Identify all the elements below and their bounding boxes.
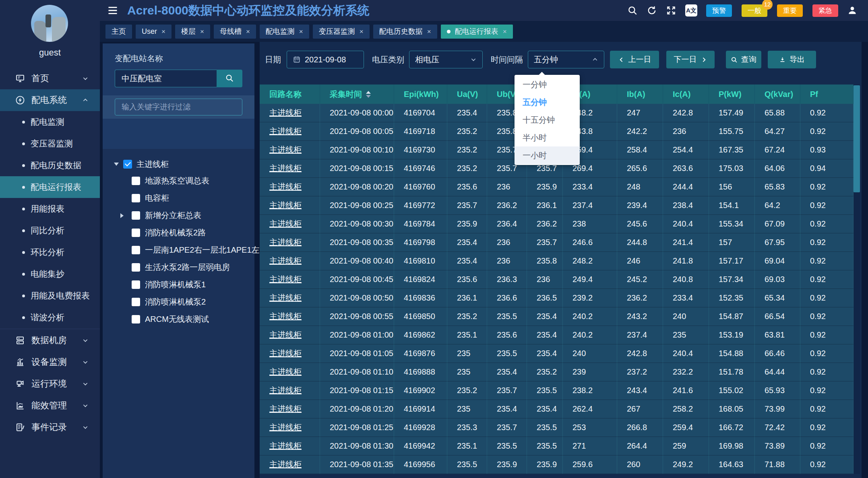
circuit-link[interactable]: 主进线柜 — [269, 441, 302, 451]
table-row[interactable]: 主进线柜 2021-09-08 00:55 4169850 235.2 235.… — [260, 307, 854, 326]
tab[interactable]: User — [136, 25, 172, 39]
tree-item[interactable]: 消防喷淋机械泵1 — [103, 276, 254, 293]
circuit-link[interactable]: 主进线柜 — [269, 181, 302, 192]
sidebar-item-group[interactable]: 设备监测 — [0, 351, 100, 373]
sidebar-subitem[interactable]: 配电运行报表 — [0, 176, 100, 198]
close-icon[interactable] — [299, 28, 303, 35]
prev-day-button[interactable]: 上一日 — [610, 51, 659, 68]
tree-expand-icon[interactable] — [120, 299, 127, 305]
sidebar-item-group[interactable]: 能效管理 — [0, 395, 100, 416]
table-row[interactable]: 主进线柜 2021-09-08 00:25 4169772 235.7 236.… — [260, 196, 854, 215]
column-header[interactable]: Ib(A) — [617, 84, 663, 104]
user-avatar[interactable] — [31, 5, 68, 42]
circuit-link[interactable]: 主进线柜 — [269, 311, 302, 322]
close-icon[interactable] — [200, 28, 204, 35]
circuit-link[interactable]: 主进线柜 — [269, 404, 302, 414]
circuit-link[interactable]: 主进线柜 — [269, 459, 302, 470]
tree-expand-icon[interactable] — [120, 212, 127, 219]
checkbox-unchecked[interactable] — [132, 177, 140, 185]
fullscreen-icon[interactable] — [666, 5, 676, 16]
sidebar-item-power[interactable]: 配电系统 — [0, 89, 100, 111]
tab[interactable]: 配电监测 — [260, 25, 309, 39]
circuit-link[interactable]: 主进线柜 — [269, 163, 302, 174]
tree-expand-icon[interactable] — [120, 264, 127, 271]
sidebar-subitem[interactable]: 配电历史数据 — [0, 155, 100, 176]
date-input[interactable]: 2021-09-08 — [287, 51, 364, 68]
tab[interactable]: 变压器监测 — [313, 25, 370, 39]
sidebar-subitem[interactable]: 同比分析 — [0, 220, 100, 241]
column-header[interactable]: Pf — [800, 84, 854, 104]
tree-item[interactable]: 生活水泵2路一层弱电房 — [103, 259, 254, 276]
tree-item[interactable]: 消防栓机械泵2路 — [103, 224, 254, 241]
station-search-button[interactable] — [217, 70, 242, 87]
voltage-type-select[interactable]: 相电压 — [409, 51, 483, 68]
circuit-link[interactable]: 主进线柜 — [269, 107, 302, 118]
tree-item[interactable]: 电容柜 — [103, 190, 254, 207]
column-header[interactable]: 采集时间 — [320, 84, 394, 104]
circuit-link[interactable]: 主进线柜 — [269, 422, 302, 433]
column-header[interactable]: 回路名称 — [260, 84, 320, 104]
table-row[interactable]: 主进线柜 2021-09-08 01:25 4169928 235.3 235.… — [260, 418, 854, 437]
checkbox-unchecked[interactable] — [132, 315, 140, 323]
sidebar-item-group[interactable]: 事件记录 — [0, 416, 100, 438]
tab[interactable]: 楼层 — [175, 25, 210, 39]
search-icon[interactable] — [627, 5, 638, 16]
table-row[interactable]: 主进线柜 2021-09-08 01:05 4169876 235 235.5 … — [260, 344, 854, 363]
circuit-link[interactable]: 主进线柜 — [269, 330, 302, 340]
circuit-link[interactable]: 主进线柜 — [269, 348, 302, 359]
circuit-link[interactable]: 主进线柜 — [269, 237, 302, 248]
tree-expand-icon[interactable] — [120, 282, 127, 288]
tab[interactable]: 主页 — [105, 25, 132, 39]
close-icon[interactable] — [503, 28, 507, 35]
column-header[interactable]: Ua(V) — [447, 84, 487, 104]
alarm-button[interactable]: 一般 12 — [742, 4, 767, 17]
column-header[interactable]: Q(kVar) — [755, 84, 800, 104]
tree-item[interactable]: 一层南1APE2右一层北1APE1左 — [103, 241, 254, 259]
sidebar-item-group[interactable]: 运行环境 — [0, 373, 100, 395]
circuit-link[interactable]: 主进线柜 — [269, 126, 302, 137]
checkbox-unchecked[interactable] — [132, 246, 140, 254]
column-header[interactable]: Epi(kWh) — [394, 84, 447, 104]
alarm-button[interactable]: 预警 — [706, 4, 732, 17]
table-row[interactable]: 主进线柜 2021-09-08 00:45 4169824 235.6 236.… — [260, 270, 854, 289]
query-button[interactable]: 查询 — [726, 51, 761, 68]
menu-toggle-icon[interactable] — [107, 5, 118, 16]
dropdown-option[interactable]: 一小时 — [515, 146, 580, 164]
tree-filter-input[interactable] — [115, 99, 242, 115]
checkbox-checked[interactable] — [123, 160, 132, 169]
user-icon[interactable] — [847, 5, 858, 16]
table-row[interactable]: 主进线柜 2021-09-08 01:15 4169902 235.2 235.… — [260, 381, 854, 400]
next-day-button[interactable]: 下一日 — [666, 51, 715, 68]
checkbox-unchecked[interactable] — [132, 194, 140, 202]
tree-expand-icon[interactable] — [120, 316, 127, 323]
close-icon[interactable] — [246, 28, 250, 35]
sidebar-subitem[interactable]: 变压器监测 — [0, 133, 100, 155]
checkbox-unchecked[interactable] — [132, 229, 140, 237]
sort-asc-icon[interactable] — [366, 91, 371, 94]
checkbox-unchecked[interactable] — [132, 298, 140, 306]
tree-root-item[interactable]: 主进线柜 — [103, 156, 254, 172]
sidebar-subitem[interactable]: 用能及电费报表 — [0, 285, 100, 307]
table-row[interactable]: 主进线柜 2021-09-08 01:35 4169956 235.5 235.… — [260, 455, 854, 474]
refresh-icon[interactable] — [647, 5, 657, 16]
circuit-link[interactable]: 主进线柜 — [269, 218, 302, 229]
column-header[interactable]: P(kW) — [709, 84, 755, 104]
sidebar-item-home[interactable]: 首页 — [0, 68, 100, 89]
circuit-link[interactable]: 主进线柜 — [269, 255, 302, 266]
tree-item[interactable]: 地源热泵空调总表 — [103, 172, 254, 190]
tree-expand-icon[interactable] — [120, 195, 127, 202]
tree-expand-icon[interactable] — [120, 178, 127, 184]
tree-collapse-icon[interactable] — [114, 163, 119, 166]
circuit-link[interactable]: 主进线柜 — [269, 274, 302, 285]
column-header[interactable]: Ic(A) — [663, 84, 709, 104]
interval-select[interactable]: 五分钟 — [528, 51, 604, 68]
sidebar-subitem[interactable]: 用能报表 — [0, 198, 100, 220]
table-row[interactable]: 主进线柜 2021-09-08 01:30 4169942 235.1 235.… — [260, 437, 854, 455]
circuit-link[interactable]: 主进线柜 — [269, 367, 302, 377]
sidebar-subitem[interactable]: 配电监测 — [0, 111, 100, 133]
table-row[interactable]: 主进线柜 2021-09-08 00:30 4169784 235.9 236.… — [260, 215, 854, 233]
sidebar-subitem[interactable]: 电能集抄 — [0, 263, 100, 285]
sidebar-subitem[interactable]: 谐波分析 — [0, 307, 100, 328]
checkbox-unchecked[interactable] — [132, 211, 140, 220]
tree-item[interactable]: ARCM无线表测试 — [103, 311, 254, 328]
